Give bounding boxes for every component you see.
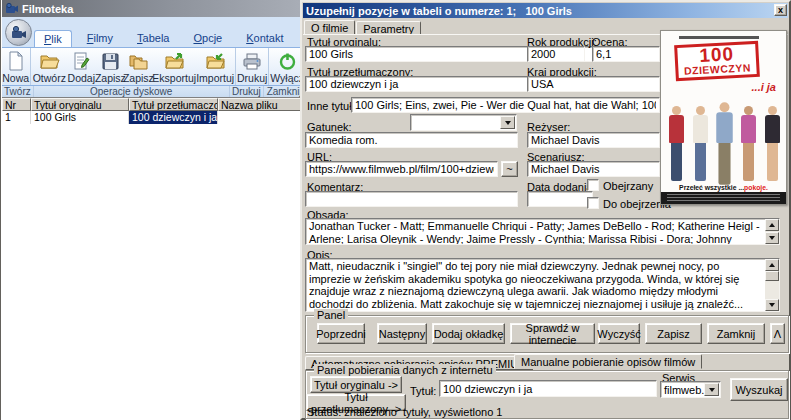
poster-person: [669, 106, 684, 181]
tab-tabela[interactable]: Tabela: [128, 30, 178, 47]
dialog-tabstrip: O filmie Parametry: [304, 20, 422, 35]
print-button-label: Drukuj: [237, 72, 267, 84]
nastepny-button[interactable]: Następny: [377, 323, 427, 344]
scenariusz-input[interactable]: [527, 161, 660, 177]
add-note-icon: [72, 51, 90, 71]
col-header-nazwa-pliku[interactable]: Nazwa pliku: [218, 98, 303, 111]
rezyser-input[interactable]: [527, 132, 660, 148]
poster-top-credit: [679, 36, 759, 39]
save-as-button-label: Zapisz: [123, 72, 154, 84]
app-icon: [5, 2, 18, 15]
gatunek-combobox[interactable]: [410, 114, 517, 131]
poster-person: [693, 106, 708, 181]
desktop: Filmoteka Plik Filmy Tabela Opcje Kontak…: [0, 0, 791, 420]
tab-plik[interactable]: Plik: [34, 30, 72, 47]
export-button[interactable]: Eksportuj: [152, 48, 196, 85]
download-panel-label: Panel pobierania danych z internetu: [314, 364, 496, 376]
tab-kontakt[interactable]: Kontakt: [237, 30, 292, 47]
save-button[interactable]: Zapisz: [96, 48, 124, 85]
export-folder-icon: [164, 52, 185, 71]
scroll-down-icon[interactable]: [765, 232, 779, 244]
printer-icon: [242, 52, 262, 71]
tab-o-filmie[interactable]: O filmie: [304, 20, 355, 35]
col-header-nr[interactable]: Nr: [2, 98, 31, 111]
close-icon[interactable]: x: [774, 4, 787, 16]
sprawdz-w-internecie-button[interactable]: Sprawdź w internecie: [510, 323, 595, 344]
zamknij-button[interactable]: Zamknij: [707, 323, 765, 344]
filmoteka-window: Filmoteka Plik Filmy Tabela Opcje Kontak…: [0, 0, 303, 420]
dialog-titlebar[interactable]: Uzupełnij pozycje w tabeli o numerze: 1;…: [303, 3, 788, 18]
new-button[interactable]: Nowa: [2, 48, 29, 85]
table-cell-tytul-oryginalu[interactable]: 100 Girls: [31, 111, 129, 124]
tab-opcje[interactable]: Opcje: [184, 30, 231, 47]
ribbon-toolbar: Nowa Otwórz Dodaj Zapisz Zapisz: [2, 47, 303, 86]
toolbar-separator: [268, 48, 269, 85]
movie-poster: 100 DZIEWCZYN ...i ja Przełeć wszystkie …: [660, 30, 787, 205]
do-obejrzenia-checkbox[interactable]: [587, 197, 599, 209]
collapse-up-button[interactable]: Λ: [770, 323, 785, 344]
new-button-label: Nowa: [2, 72, 29, 84]
scroll-down-icon[interactable]: [765, 299, 779, 311]
status-text: Status: znaleziono tytuły, wyświetlono 1: [307, 406, 502, 418]
power-icon: [278, 52, 297, 71]
save-as-button[interactable]: Zapisz: [124, 48, 152, 85]
floppy-disk-icon: [101, 52, 120, 71]
poster-subtitle: ...i ja: [752, 81, 776, 93]
add-button[interactable]: Dodaj: [66, 48, 96, 85]
ocena-input[interactable]: [592, 46, 660, 62]
power-button-label: Wyłącz: [270, 72, 303, 84]
chevron-down-icon[interactable]: [704, 383, 719, 396]
scroll-up-icon[interactable]: [765, 219, 779, 231]
kraj-produkcji-input[interactable]: [527, 76, 660, 92]
obsada-textarea[interactable]: Jonathan Tucker - Matt; Emmanuelle Chriq…: [305, 218, 780, 245]
url-input[interactable]: [305, 161, 498, 177]
ribbon-tabstrip: Plik Filmy Tabela Opcje Kontakt: [34, 30, 293, 47]
zapisz-button[interactable]: Zapisz: [645, 323, 702, 344]
komentarz-input[interactable]: [305, 191, 518, 207]
rok-produkcji-input[interactable]: [527, 46, 585, 62]
main-titlebar[interactable]: Filmoteka: [2, 0, 303, 17]
poster-title-word: DZIEWCZYN: [678, 62, 756, 76]
tytul-search-input[interactable]: [439, 380, 657, 397]
serwis-combobox[interactable]: filmweb.pl: [660, 381, 721, 398]
obejrzany-checkbox[interactable]: [587, 179, 599, 191]
open-button[interactable]: Otwórz: [32, 48, 66, 85]
url-expand-button[interactable]: ~: [501, 161, 518, 177]
table-cell-nazwa-pliku[interactable]: [218, 111, 303, 124]
col-header-tytul-przetlumaczony[interactable]: Tytuł przetłumaczony: [129, 98, 218, 111]
poster-person: [765, 106, 780, 181]
opis-textarea[interactable]: Matt, nieudacznik i "singiel" do tej por…: [305, 258, 780, 312]
poster-title: 100 DZIEWCZYN: [674, 41, 760, 81]
import-button[interactable]: Importuj: [196, 48, 234, 85]
tab-manualne-pobieranie[interactable]: Manualne pobieranie opisów filmów: [514, 354, 702, 369]
print-button[interactable]: Drukuj: [237, 48, 267, 85]
tab-filmy[interactable]: Filmy: [78, 30, 122, 47]
inne-tytuly-input[interactable]: [351, 97, 660, 113]
add-button-label: Dodaj: [68, 72, 95, 84]
wyszukaj-button[interactable]: Wyszukaj: [730, 378, 788, 401]
open-folder-icon: [39, 52, 60, 71]
movie-camera-icon: [11, 25, 27, 41]
movies-table: Nr Tytuł oryginalu Tytuł przetłumaczony …: [2, 97, 303, 419]
edit-movie-dialog: Uzupełnij pozycje w tabeli o numerze: 1;…: [300, 0, 791, 420]
chevron-down-icon[interactable]: [500, 116, 515, 129]
poster-credits-strip: [661, 192, 786, 204]
opis-scrollbar[interactable]: [765, 259, 779, 311]
poprzedni-button[interactable]: Poprzedni: [317, 323, 365, 344]
obsada-scrollbar[interactable]: [765, 219, 779, 244]
wyczysc-button[interactable]: Wyczyść: [598, 323, 640, 344]
table-cell-nr[interactable]: 1: [2, 111, 31, 124]
gatunek-input[interactable]: [305, 132, 518, 148]
poster-person: [741, 106, 756, 181]
tab-parametry[interactable]: Parametry: [356, 21, 421, 35]
new-page-icon: [7, 51, 25, 71]
scrollbar-thumb[interactable]: [765, 271, 779, 281]
scroll-up-icon[interactable]: [765, 259, 779, 271]
save-button-label: Zapisz: [95, 72, 126, 84]
col-header-tytul-oryginalu[interactable]: Tytuł oryginalu: [31, 98, 129, 111]
table-cell-tytul-przetlumaczony-selected[interactable]: 100 dziewczyn i ja: [129, 111, 218, 124]
data-dodania-input[interactable]: [527, 191, 593, 207]
dodaj-okladke-button[interactable]: Dodaj okładkę: [432, 323, 505, 344]
power-off-button[interactable]: Wyłącz: [270, 48, 303, 85]
app-menu-button[interactable]: [5, 19, 32, 46]
